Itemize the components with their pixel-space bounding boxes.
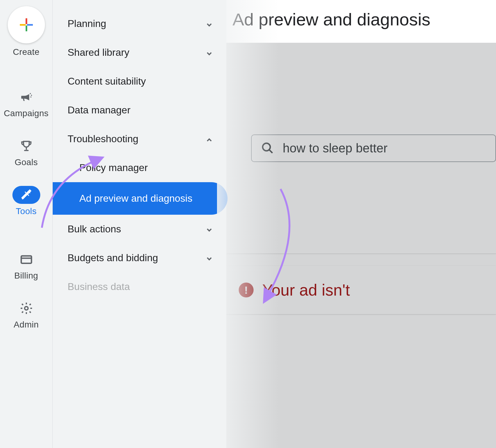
search-query-text: how to sleep better: [283, 141, 388, 155]
svg-point-4: [30, 93, 31, 94]
preview-card: how to sleep better: [226, 43, 496, 253]
navigation-rail: Create Campaigns Goals: [0, 0, 53, 448]
bulk-actions-label: Bulk actions: [68, 223, 121, 235]
planning-menu[interactable]: Planning: [53, 9, 226, 38]
business-data-label: Business data: [68, 281, 130, 292]
bulk-actions-menu[interactable]: Bulk actions: [53, 215, 226, 244]
admin-nav[interactable]: Admin: [0, 299, 52, 330]
content-suitability-label: Content suitability: [68, 76, 146, 87]
campaigns-label: Campaigns: [4, 108, 48, 118]
card-icon: [20, 253, 33, 266]
svg-point-9: [24, 307, 28, 310]
campaigns-nav[interactable]: Campaigns: [0, 88, 52, 118]
policy-manager-menu[interactable]: Policy manager: [53, 153, 226, 182]
megaphone-icon: [20, 90, 33, 104]
billing-nav[interactable]: Billing: [0, 250, 52, 281]
gear-icon: [20, 301, 33, 315]
svg-rect-1: [25, 25, 27, 31]
create-label: Create: [13, 47, 40, 57]
main-content: Ad preview and diagnosis how to sleep be…: [226, 0, 496, 448]
policy-manager-label: Policy manager: [79, 162, 148, 173]
tools-submenu: Planning Shared library Content suitabil…: [53, 0, 226, 448]
trophy-icon: [20, 139, 33, 153]
svg-rect-7: [21, 256, 31, 263]
svg-rect-2: [20, 24, 26, 26]
chevron-down-icon: [205, 20, 213, 28]
troubleshooting-menu[interactable]: Troubleshooting: [53, 125, 226, 153]
create-fab[interactable]: [8, 6, 45, 43]
content-suitability-menu[interactable]: Content suitability: [53, 67, 226, 96]
tools-icon: [20, 188, 33, 202]
chevron-down-icon: [205, 225, 213, 233]
budgets-bidding-label: Budgets and bidding: [68, 252, 158, 264]
tools-label: Tools: [16, 206, 37, 216]
goals-nav[interactable]: Goals: [0, 137, 52, 167]
alert-card: ! Your ad isn't: [226, 266, 496, 314]
plus-icon: [18, 16, 35, 33]
admin-label: Admin: [14, 320, 39, 330]
create-button[interactable]: Create: [0, 6, 52, 57]
page-title: Ad preview and diagnosis: [226, 0, 496, 43]
svg-rect-3: [27, 24, 33, 26]
planning-label: Planning: [68, 18, 106, 29]
svg-line-11: [269, 150, 272, 153]
business-data-menu[interactable]: Business data: [53, 272, 226, 301]
search-icon: [261, 142, 274, 155]
billing-label: Billing: [14, 271, 38, 281]
goals-label: Goals: [15, 157, 38, 167]
search-input[interactable]: how to sleep better: [251, 134, 496, 162]
budgets-bidding-menu[interactable]: Budgets and bidding: [53, 244, 226, 272]
alert-text: Your ad isn't: [262, 281, 350, 299]
svg-point-6: [30, 96, 31, 98]
svg-rect-0: [25, 18, 27, 24]
svg-point-5: [31, 95, 32, 96]
ad-preview-menu[interactable]: Ad preview and diagnosis: [53, 182, 228, 215]
data-manager-label: Data manager: [68, 104, 131, 116]
svg-point-10: [263, 143, 270, 151]
error-icon: !: [239, 283, 254, 297]
shared-library-label: Shared library: [68, 47, 129, 58]
chevron-up-icon: [205, 135, 213, 143]
troubleshooting-label: Troubleshooting: [68, 133, 138, 145]
tools-nav[interactable]: Tools: [0, 186, 52, 216]
chevron-down-icon: [205, 254, 213, 262]
chevron-down-icon: [205, 49, 213, 57]
ad-preview-label: Ad preview and diagnosis: [79, 191, 193, 205]
shared-library-menu[interactable]: Shared library: [53, 38, 226, 67]
data-manager-menu[interactable]: Data manager: [53, 96, 226, 125]
